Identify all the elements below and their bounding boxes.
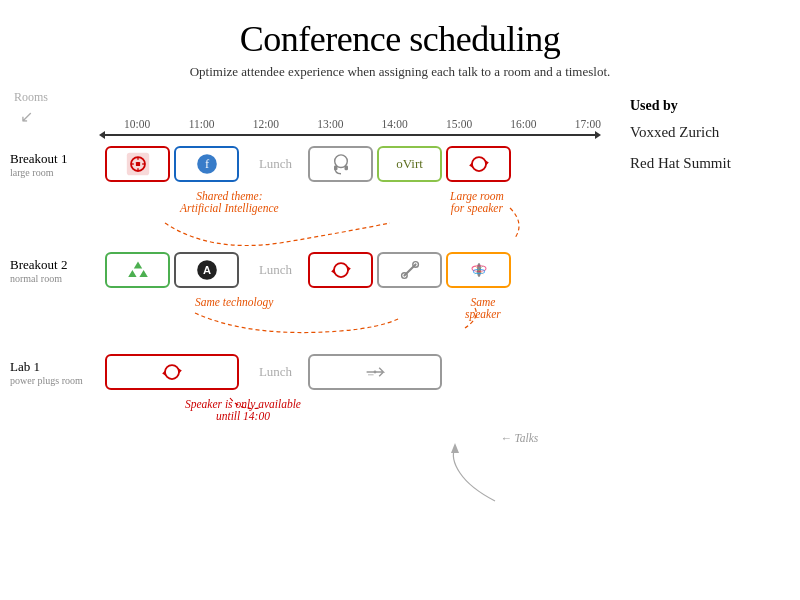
breakout2-name: Breakout 2 (10, 257, 105, 273)
used-by-label: Used by (630, 98, 800, 114)
right-panel: Used by Voxxed Zurich Red Hat Summit (620, 88, 800, 480)
lab1-slots: Lunch (105, 350, 595, 394)
tick-1700: 17:00 (556, 118, 620, 130)
breakout1-group: Breakout 1 large room (10, 142, 620, 230)
breakout2-row: Breakout 2 normal room (10, 248, 620, 292)
dragonfly-icon (465, 256, 493, 284)
breakout1-slot6[interactable] (446, 146, 511, 182)
used-by-voxxed: Voxxed Zurich (630, 124, 800, 141)
tick-1400: 14:00 (363, 118, 427, 130)
recycling-icon (124, 256, 152, 284)
scheduling-panel: Rooms ↙ 10:00 11:00 12:00 13:00 14:00 15… (0, 88, 620, 480)
sync-icon-b1s6 (465, 150, 493, 178)
breakout1-slot2[interactable]: f (174, 146, 239, 182)
breakout1-label: Breakout 1 large room (10, 151, 105, 178)
lab1-row: Lab 1 power plugs room (10, 350, 620, 394)
breakout2-slot5[interactable] (377, 252, 442, 288)
svg-rect-3 (135, 162, 139, 166)
breakout1-row: Breakout 1 large room (10, 142, 620, 186)
tick-1600: 16:00 (491, 118, 555, 130)
lab1-slot2[interactable] (308, 354, 442, 390)
breakout1-name: Breakout 1 (10, 151, 105, 167)
breakout1-slot5[interactable]: oVirt (377, 146, 442, 182)
svg-point-30 (374, 371, 377, 374)
rooms-arrow-icon: ↙ (20, 107, 33, 126)
breakout2-type: normal room (10, 273, 105, 284)
timeline-header: 10:00 11:00 12:00 13:00 14:00 15:00 16:0… (105, 118, 620, 130)
lab1-lunch: Lunch (243, 364, 308, 380)
sync-icon-lab1s1 (158, 358, 186, 386)
breakout2-slot1[interactable] (105, 252, 170, 288)
breakout2-group: Breakout 2 normal room (10, 248, 620, 332)
svg-rect-12 (344, 165, 348, 170)
timeline-line (105, 134, 595, 136)
annotation-shared-theme: Shared theme:Artificial Intelligence (180, 190, 279, 214)
tick-1000: 10:00 (105, 118, 169, 130)
lab1-group: Lab 1 power plugs room (10, 350, 620, 462)
annotation-talks: ← Talks (500, 432, 538, 444)
openshift-icon (124, 150, 152, 178)
breakout1-slots: f Lunch (105, 142, 595, 186)
breakout1-lunch: Lunch (243, 156, 308, 172)
page-title: Conference scheduling (0, 0, 800, 60)
breakout2-slots: A Lunch (105, 248, 595, 292)
breakout2-slot2[interactable]: A (174, 252, 239, 288)
lab1-type: power plugs room (10, 375, 105, 386)
fedora-icon: f (193, 150, 221, 178)
lab1-slot1[interactable] (105, 354, 239, 390)
rooms-label: Rooms (14, 90, 48, 105)
svg-text:A: A (202, 264, 210, 276)
headset-icon (327, 150, 355, 178)
annotation-same-technology: Same technology (195, 296, 273, 308)
subtitle: Optimize attendee experience when assign… (0, 64, 800, 80)
rooms-annotation: Rooms ↙ (14, 90, 48, 126)
lab1-label: Lab 1 power plugs room (10, 359, 105, 386)
ansible-icon: A (193, 256, 221, 284)
annotation-speaker-available: Speaker is only availableuntill 14:00 (185, 398, 301, 422)
breakout1-slot1[interactable] (105, 146, 170, 182)
used-by-redhat: Red Hat Summit (630, 155, 800, 172)
plane-icon (361, 358, 389, 386)
sync-icon-b2s4 (327, 256, 355, 284)
breakout2-slot4[interactable] (308, 252, 373, 288)
rows-wrapper: Breakout 1 large room (10, 142, 620, 462)
breakout2-lunch: Lunch (243, 262, 308, 278)
breakout1-slot4[interactable] (308, 146, 373, 182)
tick-1500: 15:00 (427, 118, 491, 130)
lab1-name: Lab 1 (10, 359, 105, 375)
breakout1-type: large room (10, 167, 105, 178)
breakout2-label: Breakout 2 normal room (10, 257, 105, 284)
ovirt-label: oVirt (396, 156, 423, 172)
tick-1100: 11:00 (169, 118, 233, 130)
annotation-large-room: Large roomfor speaker (450, 190, 504, 214)
tick-1200: 12:00 (234, 118, 298, 130)
tick-1300: 13:00 (298, 118, 362, 130)
wrench-icon (396, 256, 424, 284)
annotation-same-speaker: Samespeaker (465, 296, 501, 320)
breakout2-slot6[interactable] (446, 252, 511, 288)
